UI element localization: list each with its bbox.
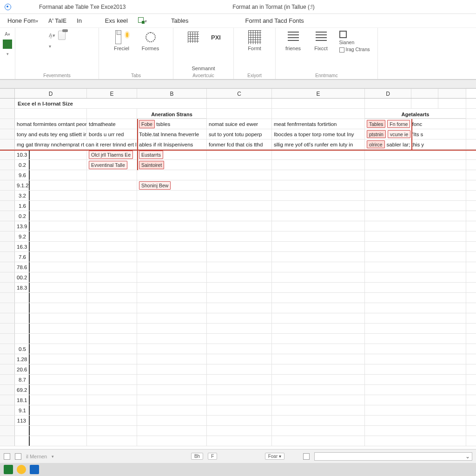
cell[interactable]: sut to yont totu poperp (207, 129, 272, 139)
cell[interactable]: ptstnin vcune ie 'Its s (365, 129, 466, 139)
taskbar-excel-icon[interactable] (4, 465, 13, 474)
table-row[interactable]: tony and euts tey eng stliett irdeeserne… (0, 129, 476, 139)
table-row[interactable]: 0.5 (0, 344, 476, 354)
table-row[interactable]: 78.6 (0, 262, 476, 272)
tag[interactable]: Evventinal Talle (89, 161, 127, 169)
taskbar-app2-icon[interactable] (17, 465, 26, 474)
tab-tables[interactable]: Tables (170, 15, 190, 26)
cell[interactable] (87, 283, 137, 292)
cell[interactable] (137, 313, 207, 323)
col-header[interactable] (438, 89, 466, 98)
cell[interactable] (137, 283, 207, 292)
cell[interactable] (137, 242, 207, 251)
table-row[interactable]: 16.3 (0, 242, 476, 252)
cell[interactable] (137, 385, 207, 395)
cell[interactable] (87, 201, 137, 211)
cell-number[interactable]: 9.2 (15, 231, 30, 241)
cell[interactable] (137, 324, 207, 333)
cell[interactable] (87, 334, 137, 344)
col-header[interactable]: B (137, 89, 207, 98)
spreadsheet[interactable]: D E B C E D Exce el n I-tornat Size Aner… (0, 88, 476, 448)
cell[interactable] (87, 293, 137, 303)
tag[interactable]: Eustarrts (139, 151, 163, 159)
table-row[interactable]: 0.2 (0, 211, 476, 221)
status-mini-1[interactable] (4, 453, 10, 460)
table-row[interactable]: 9.1.2Shoninj Bew (0, 180, 476, 191)
cell[interactable] (137, 303, 207, 313)
tab-font-size[interactable]: A' TalE (47, 16, 67, 26)
cell-number[interactable]: 18.1 (15, 395, 30, 405)
status-dropdown[interactable] (314, 452, 472, 461)
cell-number[interactable] (15, 293, 30, 303)
cell[interactable] (137, 231, 207, 241)
cell[interactable] (87, 272, 137, 282)
table-row[interactable]: 10.3Olcl jrll Tlaerns EeEustarrts (0, 150, 476, 160)
col-header[interactable]: D (365, 89, 411, 98)
cell[interactable] (87, 180, 137, 190)
cell[interactable] (87, 416, 137, 425)
table-row[interactable]: 0.2Evventinal TalleSaintoiret (0, 160, 476, 170)
table-row[interactable]: 9.1 (0, 405, 476, 416)
col-header[interactable]: D (15, 89, 87, 98)
cell[interactable]: Ibocdes a toper torp rome tout Iny (272, 129, 365, 139)
cell-number[interactable]: 1.28 (15, 354, 30, 364)
cell[interactable] (137, 426, 207, 436)
cell[interactable] (137, 221, 207, 231)
cell[interactable]: nomat suice ed ewer (207, 119, 272, 129)
cell[interactable] (87, 262, 137, 272)
table-row[interactable]: 3.2 (0, 191, 476, 201)
cell[interactable] (87, 170, 137, 180)
tool-freciel[interactable]: Freciel (111, 31, 133, 51)
table-row[interactable]: 1.6 (0, 201, 476, 211)
cell[interactable] (87, 364, 137, 374)
cell[interactable] (137, 436, 207, 446)
table-row[interactable]: 18.3 (0, 283, 476, 293)
cell[interactable] (87, 426, 137, 436)
cell-fill-mini[interactable] (3, 40, 12, 49)
cell-number[interactable]: 0.2 (15, 160, 30, 170)
cell[interactable] (137, 405, 207, 415)
cell-number[interactable]: 78.6 (15, 262, 30, 272)
cell[interactable] (87, 405, 137, 415)
cell[interactable]: bords u urr red (87, 129, 137, 139)
tool-sianen[interactable]: Sianen Irag Ctrans (339, 31, 370, 53)
table-row[interactable]: 8.7 (0, 375, 476, 385)
cell-number[interactable]: 69.2 (15, 385, 30, 395)
table-row[interactable] (0, 436, 476, 446)
cell[interactable] (137, 395, 207, 405)
cell[interactable]: Eustarrts (137, 150, 207, 159)
status-btn-bh[interactable]: Bh (191, 453, 203, 460)
cell[interactable] (137, 191, 207, 200)
cell[interactable] (137, 293, 207, 303)
cell[interactable] (137, 375, 207, 384)
cell-number[interactable]: 9.1.2 (15, 180, 30, 190)
cell-number[interactable] (15, 303, 30, 313)
cell[interactable] (137, 354, 207, 364)
cell-number[interactable]: 7.6 (15, 252, 30, 262)
cell-number[interactable]: 16.3 (15, 242, 30, 251)
cell-number[interactable]: 10.3 (15, 150, 30, 159)
cell-number[interactable]: 1.6 (15, 201, 30, 211)
col-header[interactable] (411, 89, 438, 98)
cell[interactable] (87, 191, 137, 200)
cell[interactable]: fonmer fcd that cis tthd (207, 139, 272, 149)
table-row[interactable]: 00.2 (0, 272, 476, 283)
cell[interactable] (87, 221, 137, 231)
cell[interactable] (137, 334, 207, 344)
cell-number[interactable]: 3.2 (15, 191, 30, 200)
cell-number[interactable]: 113 (15, 416, 30, 425)
tab-exskeel[interactable]: Exs keel (104, 15, 129, 26)
cell[interactable] (87, 385, 137, 395)
cell[interactable] (137, 211, 207, 221)
tab-in[interactable]: In (76, 15, 83, 26)
cell[interactable]: Evventinal Talle (87, 160, 137, 170)
cell[interactable]: Fobe tsbles (137, 119, 207, 129)
status-mini-3[interactable] (303, 453, 310, 460)
cell[interactable] (87, 375, 137, 384)
select-all-corner[interactable] (0, 89, 15, 98)
col-header[interactable]: E (87, 89, 137, 98)
taskbar-app3-icon[interactable] (30, 465, 39, 474)
cell-number[interactable] (15, 436, 30, 446)
cell[interactable] (137, 201, 207, 211)
tag[interactable]: olrirce (367, 140, 385, 148)
